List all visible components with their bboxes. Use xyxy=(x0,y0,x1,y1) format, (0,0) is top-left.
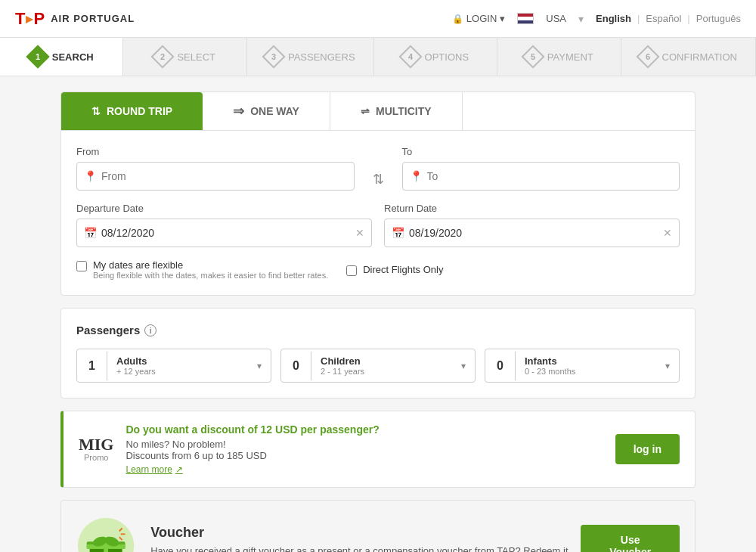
step-diamond-2: 2 xyxy=(151,45,175,68)
passengers-row: 1 Adults + 12 years ▾ 0 Children 2 - 11 … xyxy=(76,349,680,383)
swap-button[interactable]: ⇅ xyxy=(367,171,390,188)
tab-one-way[interactable]: ⇒ ONE WAY xyxy=(203,92,330,130)
main-content: ⇅ ROUND TRIP ⇒ ONE WAY ⇌ MULTICITY From … xyxy=(53,76,703,552)
step-diamond-3: 3 xyxy=(262,45,285,68)
direct-flights-option[interactable]: Direct Flights Only xyxy=(346,264,443,276)
return-date-field: Return Date 📅 ✕ xyxy=(384,203,680,247)
from-input-wrap: 📍 xyxy=(76,162,355,191)
promo-login-button[interactable]: log in xyxy=(615,434,680,464)
children-count: 0 xyxy=(281,352,311,380)
one-way-icon: ⇒ xyxy=(233,103,244,119)
voucher-description: Have you received a gift voucher as a pr… xyxy=(150,545,581,553)
location-icon-to: 📍 xyxy=(410,170,423,182)
country-label: USA xyxy=(546,13,566,24)
mig-logo: MIG xyxy=(79,436,113,453)
adults-info: Adults + 12 years xyxy=(107,349,248,382)
location-icon-from: 📍 xyxy=(84,170,97,182)
flexible-dates-option[interactable]: My dates are flexible Being flexible wit… xyxy=(76,259,328,280)
adults-selector: 1 Adults + 12 years ▾ xyxy=(76,349,271,383)
step-label-confirmation: CONFIRMATION xyxy=(662,51,737,63)
calendar-icon-return: 📅 xyxy=(392,227,404,239)
step-label-passengers: PASSENGERS xyxy=(288,51,355,63)
promo-left: MIG Promo Do you want a discount of 12 U… xyxy=(79,423,380,475)
infants-dropdown-arrow[interactable]: ▾ xyxy=(656,353,679,379)
voucher-left: Voucher Have you received a gift voucher… xyxy=(76,516,581,552)
learn-more-link[interactable]: Learn more ↗ xyxy=(125,464,182,475)
adults-dropdown-arrow[interactable]: ▾ xyxy=(248,353,271,379)
direct-flights-checkbox[interactable] xyxy=(346,265,357,276)
step-diamond-4: 4 xyxy=(398,45,422,68)
to-input[interactable] xyxy=(402,162,680,191)
step-search[interactable]: 1 SEARCH xyxy=(0,38,123,76)
step-label-search: SEARCH xyxy=(52,51,94,63)
promo-line1: No miles? No problem! xyxy=(125,439,379,450)
brand-logo: T ▸ P xyxy=(15,9,45,29)
clear-return-icon[interactable]: ✕ xyxy=(663,227,672,239)
multicity-label: MULTICITY xyxy=(376,105,432,117)
adults-count: 1 xyxy=(77,352,107,380)
top-bar: T ▸ P AIR PORTUGAL 🔒 LOGIN ▾ USA ▾ Engli… xyxy=(0,0,756,38)
calendar-icon-departure: 📅 xyxy=(84,227,97,239)
search-form: From 📍 ⇅ To 📍 Depa xyxy=(61,131,695,295)
search-card: ⇅ ROUND TRIP ⇒ ONE WAY ⇌ MULTICITY From … xyxy=(60,91,696,296)
step-payment[interactable]: 5 PAYMENT xyxy=(497,38,621,76)
clear-departure-icon[interactable]: ✕ xyxy=(355,227,364,239)
children-age: 2 - 11 years xyxy=(321,367,443,376)
from-to-row: From 📍 ⇅ To 📍 xyxy=(76,146,680,191)
lang-espanol[interactable]: Español xyxy=(646,13,681,24)
step-confirmation[interactable]: 6 CONFIRMATION xyxy=(621,38,756,76)
step-select[interactable]: 2 SELECT xyxy=(123,38,246,76)
to-label: To xyxy=(402,146,680,157)
infants-label: Infants xyxy=(525,355,647,367)
trip-type-tabs: ⇅ ROUND TRIP ⇒ ONE WAY ⇌ MULTICITY xyxy=(61,92,695,131)
step-diamond-6: 6 xyxy=(636,45,659,68)
return-date-input[interactable] xyxy=(384,219,680,247)
return-label: Return Date xyxy=(384,203,680,214)
login-button[interactable]: 🔒 LOGIN ▾ xyxy=(452,13,505,24)
step-options[interactable]: 4 OPTIONS xyxy=(374,38,497,76)
step-diamond-5: 5 xyxy=(521,45,544,68)
infants-age: 0 - 23 months xyxy=(525,367,647,376)
passengers-info-icon[interactable]: i xyxy=(144,324,156,336)
lang-english[interactable]: English xyxy=(596,13,631,24)
flexible-dates-checkbox[interactable] xyxy=(76,261,87,271)
mig-logo-area: MIG Promo xyxy=(79,436,113,462)
language-selector: English | Español | Português xyxy=(596,13,741,24)
step-passengers[interactable]: 3 PASSENGERS xyxy=(247,38,374,76)
lang-portugues[interactable]: Português xyxy=(696,13,741,24)
promo-line2: Discounts from 6 up to 185 USD xyxy=(125,450,379,461)
navigation-steps: 1 SEARCH 2 SELECT 3 PASSENGERS 4 OPTIONS… xyxy=(0,38,756,76)
use-voucher-button[interactable]: Use Voucher xyxy=(581,525,680,552)
dates-row: Departure Date 📅 ✕ Return Date 📅 ✕ xyxy=(76,203,680,247)
options-row: My dates are flexible Being flexible wit… xyxy=(76,259,680,280)
infants-selector: 0 Infants 0 - 23 months ▾ xyxy=(485,349,680,383)
promo-title: Do you want a discount of 12 USD per pas… xyxy=(125,423,379,436)
lock-icon: 🔒 xyxy=(452,14,463,24)
voucher-card: Voucher Have you received a gift voucher… xyxy=(60,500,696,552)
to-input-wrap: 📍 xyxy=(402,162,680,191)
multicity-icon: ⇌ xyxy=(361,105,370,117)
tab-multicity[interactable]: ⇌ MULTICITY xyxy=(330,92,463,130)
one-way-label: ONE WAY xyxy=(250,105,299,117)
tab-round-trip[interactable]: ⇅ ROUND TRIP xyxy=(61,92,203,130)
children-label: Children xyxy=(321,355,443,367)
departure-date-input[interactable] xyxy=(76,219,372,247)
round-trip-icon: ⇅ xyxy=(91,105,101,117)
promo-card: MIG Promo Do you want a discount of 12 U… xyxy=(60,411,696,488)
departure-date-field: Departure Date 📅 ✕ xyxy=(76,203,372,247)
country-flag xyxy=(517,13,534,24)
children-dropdown-arrow[interactable]: ▾ xyxy=(452,353,475,379)
direct-flights-label: Direct Flights Only xyxy=(363,264,443,275)
passengers-title: Passengers i xyxy=(76,324,680,336)
mig-sub: Promo xyxy=(79,453,113,462)
to-field-group: To 📍 xyxy=(402,146,680,191)
from-input[interactable] xyxy=(76,162,355,191)
voucher-title: Voucher xyxy=(150,525,581,541)
children-selector: 0 Children 2 - 11 years ▾ xyxy=(280,349,476,383)
voucher-illustration xyxy=(76,516,135,552)
from-field-group: From 📍 xyxy=(76,146,355,191)
round-trip-label: ROUND TRIP xyxy=(107,105,172,117)
step-label-select: SELECT xyxy=(177,51,215,63)
adults-label: Adults xyxy=(116,355,239,367)
step-label-options: OPTIONS xyxy=(425,51,469,63)
